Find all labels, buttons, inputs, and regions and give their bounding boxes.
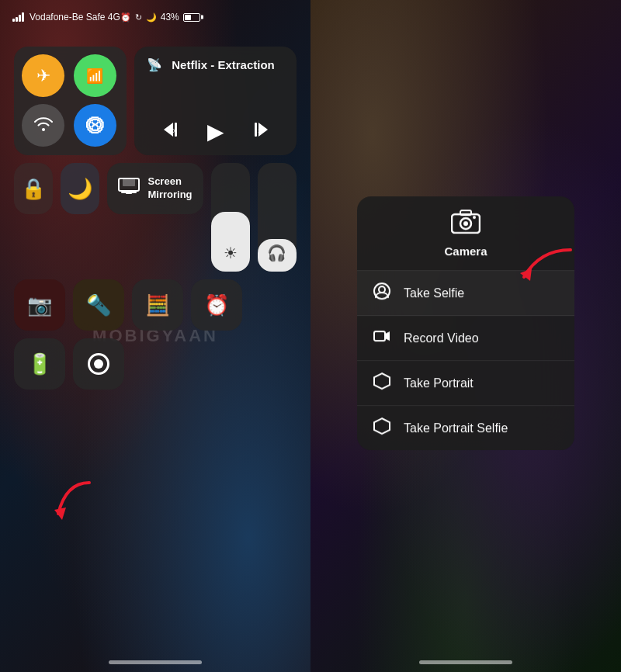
moon-icon: 🌙 bbox=[146, 12, 157, 23]
home-indicator-right bbox=[419, 660, 512, 664]
media-title-row: 📡 Netflix - Extraction bbox=[147, 57, 284, 72]
svg-rect-7 bbox=[123, 178, 135, 186]
timer-icon: ⏰ bbox=[204, 293, 229, 317]
record-video-icon bbox=[371, 327, 393, 349]
take-portrait-selfie-label: Take Portrait Selfie bbox=[404, 421, 508, 435]
media-tile: 📡 Netflix - Extraction 10 ▶ bbox=[134, 47, 297, 155]
bluetooth-icon: ⨷ bbox=[86, 116, 103, 136]
screen-mirroring-button[interactable]: ScreenMirroring bbox=[107, 163, 203, 214]
camera-button[interactable]: 📷 bbox=[14, 279, 65, 331]
camera-context-menu: Camera Take Selfie bbox=[357, 196, 574, 450]
lock-rotation-button[interactable]: 🔒 bbox=[14, 163, 53, 214]
status-bar: Vodafone-Be Safe 4G ⏰ ↻ 🌙 43% bbox=[0, 0, 310, 34]
take-selfie-label: Take Selfie bbox=[404, 286, 464, 300]
take-portrait-button[interactable]: Take Portrait bbox=[357, 361, 574, 406]
signal-bar-3 bbox=[19, 15, 21, 22]
row-3: 📷 🔦 🧮 ⏰ bbox=[14, 279, 297, 331]
signal-bar-2 bbox=[16, 17, 18, 22]
selfie-icon bbox=[371, 282, 393, 304]
wifi-button[interactable] bbox=[22, 104, 64, 147]
headphones-icon: 🎧 bbox=[267, 244, 286, 262]
svg-rect-9 bbox=[121, 192, 137, 193]
left-panel: Vodafone-Be Safe 4G ⏰ ↻ 🌙 43% ✈ 📶 bbox=[0, 0, 310, 672]
carrier-name: Vodafone-Be Safe 4G bbox=[29, 12, 120, 23]
control-center: ✈ 📶 ⨷ bbox=[14, 47, 297, 390]
screen-mirroring-label: ScreenMirroring bbox=[147, 175, 192, 202]
timer-button[interactable]: ⏰ bbox=[191, 279, 242, 331]
cellular-icon: 📶 bbox=[86, 68, 103, 85]
signal-bars bbox=[12, 12, 24, 22]
take-selfie-button[interactable]: Take Selfie bbox=[357, 271, 574, 316]
battery-container bbox=[183, 13, 200, 22]
portrait-selfie-icon bbox=[371, 417, 393, 439]
do-not-disturb-button[interactable]: 🌙 bbox=[61, 163, 99, 214]
camera-icon: 📷 bbox=[27, 293, 52, 317]
svg-rect-18 bbox=[374, 331, 385, 341]
signal-bar-1 bbox=[12, 19, 15, 22]
brightness-icon: ☀ bbox=[224, 244, 238, 262]
battery-fill bbox=[185, 15, 191, 20]
status-bar-left: Vodafone-Be Safe 4G bbox=[12, 12, 120, 23]
portrait-icon bbox=[371, 372, 393, 394]
camera-menu-label: Camera bbox=[444, 244, 487, 258]
calculator-button[interactable]: 🧮 bbox=[132, 279, 183, 331]
wifi-icon bbox=[33, 115, 54, 137]
signal-bar-4 bbox=[22, 12, 24, 22]
battery-widget[interactable]: 🔋 bbox=[14, 338, 65, 390]
camera-menu-header-icon bbox=[451, 209, 480, 240]
svg-point-17 bbox=[379, 286, 385, 293]
torch-button[interactable]: 🔦 bbox=[73, 279, 124, 331]
cellular-button[interactable]: 📶 bbox=[74, 54, 116, 97]
take-portrait-label: Take Portrait bbox=[404, 376, 474, 390]
moon-dnd-icon: 🌙 bbox=[68, 177, 92, 201]
status-bar-right: ⏰ ↻ 🌙 43% bbox=[120, 12, 200, 23]
media-controls: 10 ▶ 10 bbox=[147, 119, 284, 144]
media-title: Netflix - Extraction bbox=[162, 58, 284, 71]
svg-text:10: 10 bbox=[258, 128, 264, 133]
bluetooth-button[interactable]: ⨷ bbox=[74, 104, 116, 147]
lock-rotation-icon: 🔒 bbox=[21, 177, 46, 201]
svg-rect-4 bbox=[255, 123, 257, 137]
record-video-label: Record Video bbox=[404, 331, 479, 345]
svg-rect-1 bbox=[175, 123, 177, 137]
record-video-button[interactable]: Record Video bbox=[357, 316, 574, 361]
screen-mirror-icon bbox=[118, 178, 140, 199]
volume-slider[interactable]: 🎧 bbox=[258, 163, 297, 272]
play-button[interactable]: ▶ bbox=[207, 119, 224, 144]
svg-point-13 bbox=[463, 221, 468, 226]
right-panel: MOBIGYAAN Camera bbox=[310, 0, 621, 672]
camera-menu-header: Camera bbox=[357, 196, 574, 271]
media-app-icon: 📡 bbox=[147, 57, 162, 72]
rewind-button[interactable]: 10 bbox=[162, 121, 184, 142]
battery-percent: 43% bbox=[161, 12, 179, 23]
row-1: ✈ 📶 ⨷ bbox=[14, 47, 297, 155]
home-indicator bbox=[109, 660, 202, 664]
forward-button[interactable]: 10 bbox=[248, 121, 269, 142]
screen-record-icon bbox=[88, 353, 109, 375]
svg-point-15 bbox=[473, 216, 476, 219]
airplane-icon: ✈ bbox=[36, 66, 50, 86]
camera-menu-box: Camera Take Selfie bbox=[357, 196, 574, 450]
battery-widget-icon: 🔋 bbox=[27, 352, 52, 376]
screen-record-button[interactable] bbox=[73, 338, 124, 390]
alarm-icon: ⏰ bbox=[120, 12, 131, 23]
take-portrait-selfie-button[interactable]: Take Portrait Selfie bbox=[357, 406, 574, 450]
calculator-icon: 🧮 bbox=[145, 293, 170, 317]
svg-rect-14 bbox=[460, 210, 471, 215]
battery-icon bbox=[183, 13, 200, 22]
row-4: 🔋 bbox=[14, 338, 297, 390]
connectivity-tile: ✈ 📶 ⨷ bbox=[14, 47, 127, 155]
svg-text:10: 10 bbox=[168, 128, 175, 133]
airplane-mode-button[interactable]: ✈ bbox=[22, 54, 64, 97]
rotation-icon: ↻ bbox=[135, 12, 142, 23]
row-2: 🔒 🌙 ScreenMirroring ☀ bbox=[14, 163, 297, 272]
torch-icon: 🔦 bbox=[86, 293, 111, 317]
brightness-slider[interactable]: ☀ bbox=[211, 163, 250, 272]
